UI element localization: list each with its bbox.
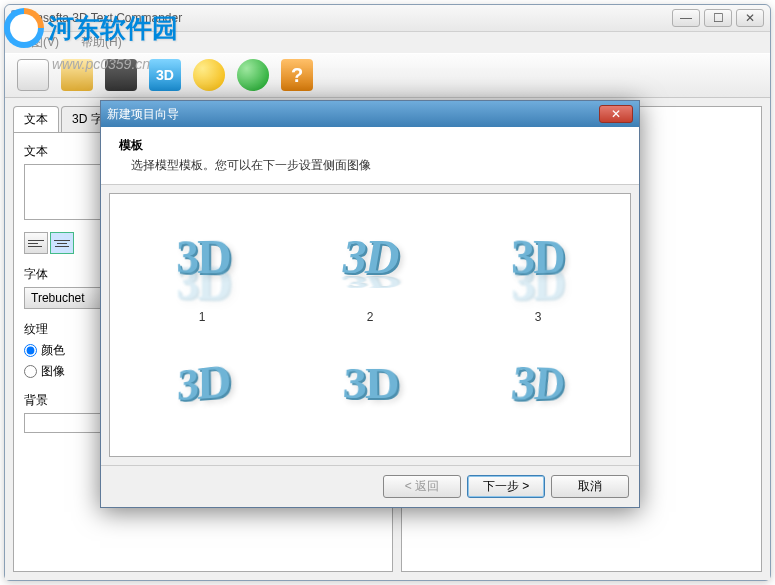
- save-button[interactable]: [101, 55, 141, 95]
- save-icon: [105, 59, 137, 91]
- tab-text[interactable]: 文本: [13, 106, 59, 132]
- web-button[interactable]: [233, 55, 273, 95]
- template-item-3[interactable]: 3D3D 3: [454, 202, 622, 328]
- template-thumb-icon: 3D: [176, 353, 230, 411]
- dialog-title: 新建项目向导: [107, 106, 599, 123]
- help-button[interactable]: ?: [277, 55, 317, 95]
- template-item-4[interactable]: 3D: [118, 328, 286, 436]
- back-button: < 返回: [383, 475, 461, 498]
- dialog-body: 3D3D 1 3D3D 2 3D3D 3 3D 3D 3D: [101, 185, 639, 465]
- menu-view[interactable]: 视图(V): [13, 32, 65, 53]
- template-thumb-icon: 3D: [510, 354, 564, 411]
- maximize-button[interactable]: ☐: [704, 9, 732, 27]
- menubar: 视图(V) 帮助(H): [5, 32, 770, 53]
- texture-color-radio[interactable]: [24, 344, 37, 357]
- template-item-6[interactable]: 3D: [454, 328, 622, 436]
- template-thumb-icon: 3D: [341, 358, 399, 408]
- dialog-footer: < 返回 下一步 > 取消: [101, 465, 639, 507]
- 3d-button[interactable]: 3D: [145, 55, 185, 95]
- palette-icon: [193, 59, 225, 91]
- dialog-titlebar: 新建项目向导 ✕: [101, 101, 639, 127]
- template-list[interactable]: 3D3D 1 3D3D 2 3D3D 3 3D 3D 3D: [109, 193, 631, 457]
- template-label: 1: [199, 310, 206, 324]
- dialog-close-button[interactable]: ✕: [599, 105, 633, 123]
- template-item-2[interactable]: 3D3D 2: [286, 202, 454, 328]
- help-icon: ?: [281, 59, 313, 91]
- template-label: 3: [535, 310, 542, 324]
- texture-color-label: 颜色: [41, 342, 65, 359]
- align-left-button[interactable]: [24, 232, 48, 254]
- close-button[interactable]: ✕: [736, 9, 764, 27]
- template-item-1[interactable]: 3D3D 1: [118, 202, 286, 328]
- texture-image-label: 图像: [41, 363, 65, 380]
- next-button[interactable]: 下一步 >: [467, 475, 545, 498]
- template-item-5[interactable]: 3D: [286, 328, 454, 436]
- open-button[interactable]: [57, 55, 97, 95]
- menu-help[interactable]: 帮助(H): [75, 32, 128, 53]
- palette-button[interactable]: [189, 55, 229, 95]
- app-icon: 3D: [11, 10, 27, 26]
- template-label: 2: [367, 310, 374, 324]
- texture-image-radio[interactable]: [24, 365, 37, 378]
- 3d-icon: 3D: [149, 59, 181, 91]
- titlebar: 3D Insofta 3D Text Commander — ☐ ✕: [5, 5, 770, 32]
- window-title: Insofta 3D Text Commander: [33, 11, 672, 25]
- dialog-header: 模板 选择模型模板。您可以在下一步设置侧面图像: [101, 127, 639, 185]
- dialog-header-subtitle: 选择模型模板。您可以在下一步设置侧面图像: [131, 157, 621, 174]
- new-icon: [17, 59, 49, 91]
- new-button[interactable]: [13, 55, 53, 95]
- align-center-button[interactable]: [50, 232, 74, 254]
- new-project-wizard-dialog: 新建项目向导 ✕ 模板 选择模型模板。您可以在下一步设置侧面图像 3D3D 1 …: [100, 100, 640, 508]
- cancel-button[interactable]: 取消: [551, 475, 629, 498]
- minimize-button[interactable]: —: [672, 9, 700, 27]
- toolbar: 3D ?: [5, 53, 770, 98]
- folder-icon: [61, 59, 93, 91]
- globe-icon: [237, 59, 269, 91]
- dialog-header-title: 模板: [119, 137, 621, 154]
